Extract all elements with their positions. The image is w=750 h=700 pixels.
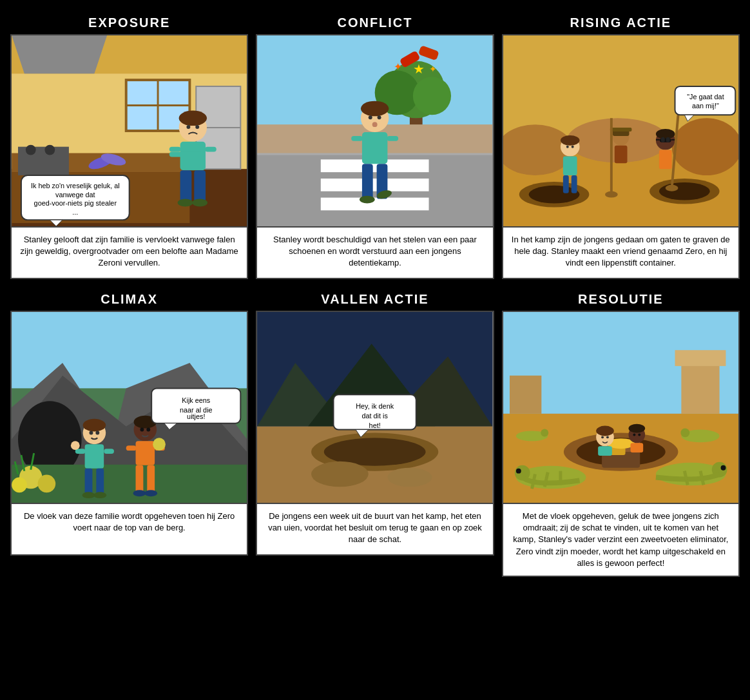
title-climax: CLIMAX bbox=[10, 287, 248, 311]
svg-rect-135 bbox=[147, 465, 155, 492]
svg-point-84 bbox=[656, 129, 675, 139]
svg-point-73 bbox=[561, 135, 580, 146]
svg-text:het!: het! bbox=[369, 422, 381, 429]
svg-rect-58 bbox=[387, 136, 399, 141]
svg-text:goed-voor-niets pig stealer: goed-voor-niets pig stealer bbox=[34, 199, 117, 207]
svg-point-53 bbox=[369, 115, 372, 119]
svg-rect-122 bbox=[85, 469, 93, 494]
title-rising: RISING ACTIE bbox=[502, 10, 740, 34]
svg-point-61 bbox=[360, 196, 375, 204]
svg-point-137 bbox=[144, 490, 157, 496]
svg-point-184 bbox=[596, 426, 614, 436]
svg-text:★: ★ bbox=[413, 62, 425, 76]
svg-rect-92 bbox=[659, 150, 672, 170]
svg-point-176 bbox=[720, 465, 726, 471]
svg-point-27 bbox=[178, 199, 193, 207]
svg-point-185 bbox=[601, 436, 604, 438]
svg-point-28 bbox=[192, 199, 207, 207]
svg-rect-121 bbox=[104, 449, 114, 454]
svg-text:dat dit is: dat dit is bbox=[362, 412, 389, 420]
svg-point-54 bbox=[378, 115, 381, 119]
svg-point-74 bbox=[566, 146, 568, 148]
svg-rect-192 bbox=[630, 443, 643, 452]
image-climax: Kijk eens naar al die uitjes! bbox=[10, 311, 248, 504]
svg-point-186 bbox=[606, 436, 609, 438]
svg-rect-76 bbox=[563, 156, 577, 175]
image-resolutie bbox=[502, 311, 740, 504]
desc-conflict: Stanley wordt beschuldigd van het stelen… bbox=[256, 228, 494, 279]
svg-rect-118 bbox=[85, 444, 104, 468]
cell-conflict: CONFLICT ★ ✦ ✦ bbox=[252, 6, 497, 283]
svg-rect-187 bbox=[598, 446, 612, 456]
svg-rect-159 bbox=[675, 350, 726, 366]
desc-climax: De vloek van deze familie wordt opgeheve… bbox=[10, 504, 248, 556]
svg-rect-81 bbox=[610, 128, 632, 131]
svg-point-75 bbox=[571, 146, 573, 148]
svg-text:✦: ✦ bbox=[394, 61, 403, 72]
svg-text:Kijk eens: Kijk eens bbox=[182, 396, 211, 404]
svg-rect-82 bbox=[614, 146, 627, 164]
desc-resolutie: Met de vloek opgeheven, geluk de twee jo… bbox=[502, 504, 740, 577]
svg-point-116 bbox=[90, 431, 93, 435]
svg-point-52 bbox=[361, 101, 389, 117]
cell-resolutie: RESOLUTIE bbox=[498, 283, 744, 581]
image-rising: "Je gaat dat aan mij!" bbox=[502, 34, 740, 228]
cell-vallen: VALLEN ACTIE Hey, ik denk bbox=[252, 283, 497, 581]
svg-point-190 bbox=[633, 433, 635, 436]
svg-point-109 bbox=[38, 475, 56, 493]
svg-point-133 bbox=[153, 438, 166, 451]
svg-rect-134 bbox=[136, 465, 144, 492]
svg-point-124 bbox=[82, 492, 95, 498]
svg-point-20 bbox=[195, 125, 199, 129]
svg-rect-77 bbox=[563, 175, 569, 193]
svg-rect-123 bbox=[96, 469, 104, 494]
svg-rect-25 bbox=[180, 170, 192, 202]
svg-point-170 bbox=[516, 469, 521, 474]
title-conflict: CONFLICT bbox=[256, 10, 494, 34]
svg-text:"Je gaat dat: "Je gaat dat bbox=[687, 93, 724, 101]
svg-point-55 bbox=[372, 122, 378, 127]
svg-rect-91 bbox=[656, 139, 660, 141]
svg-point-189 bbox=[628, 424, 645, 433]
svg-rect-160 bbox=[510, 376, 541, 414]
title-vallen: VALLEN ACTIE bbox=[256, 287, 494, 311]
svg-point-94 bbox=[605, 191, 618, 198]
svg-point-120 bbox=[71, 441, 80, 450]
svg-rect-57 bbox=[351, 136, 363, 141]
svg-point-39 bbox=[413, 77, 451, 115]
svg-point-96 bbox=[665, 185, 678, 191]
svg-text:aan mij!": aan mij!" bbox=[692, 102, 719, 110]
desc-vallen: De jongens een week uit de buurt van het… bbox=[256, 504, 494, 556]
svg-text:uitjes!: uitjes! bbox=[187, 413, 205, 420]
svg-point-180 bbox=[680, 429, 689, 438]
svg-point-115 bbox=[83, 419, 106, 432]
svg-point-191 bbox=[638, 433, 640, 436]
svg-marker-14 bbox=[12, 35, 107, 73]
svg-text:vanwege dat: vanwege dat bbox=[55, 191, 95, 199]
svg-rect-56 bbox=[362, 132, 387, 164]
svg-point-110 bbox=[12, 478, 27, 493]
svg-rect-131 bbox=[126, 445, 137, 451]
svg-point-10 bbox=[26, 145, 36, 155]
svg-point-136 bbox=[133, 490, 146, 496]
storyboard-grid: EXPOSURE bbox=[0, 0, 750, 587]
svg-rect-89 bbox=[666, 137, 669, 142]
svg-point-182 bbox=[541, 429, 548, 437]
image-exposure: Ik heb zo'n vreselijk geluk, al vanwege … bbox=[10, 34, 248, 228]
svg-rect-47 bbox=[321, 179, 429, 191]
svg-rect-88 bbox=[660, 137, 664, 142]
desc-exposure: Stanley gelooft dat zijn familie is verv… bbox=[10, 228, 248, 279]
svg-point-151 bbox=[388, 468, 432, 487]
svg-rect-158 bbox=[681, 363, 719, 414]
svg-point-18 bbox=[179, 110, 207, 126]
svg-rect-59 bbox=[362, 164, 373, 199]
title-exposure: EXPOSURE bbox=[10, 10, 248, 34]
svg-text:✦: ✦ bbox=[429, 64, 437, 74]
svg-text:Ik heb zo'n vreselijk geluk, a: Ik heb zo'n vreselijk geluk, al bbox=[31, 182, 120, 190]
svg-rect-90 bbox=[671, 139, 675, 141]
svg-point-125 bbox=[93, 492, 106, 498]
image-conflict: ★ ✦ ✦ bbox=[256, 34, 494, 228]
cell-rising: RISING ACTIE bbox=[498, 6, 744, 283]
image-vallen: Hey, ik denk dat dit is het! bbox=[256, 311, 494, 504]
svg-rect-24 bbox=[169, 152, 204, 157]
